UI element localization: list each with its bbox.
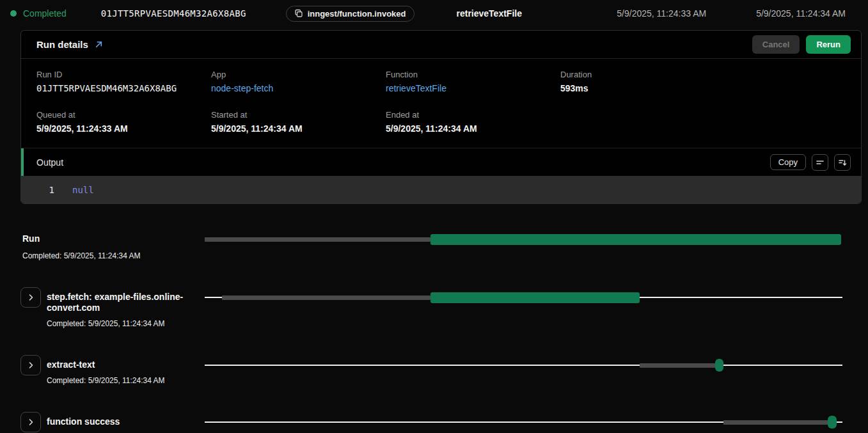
copy-icon xyxy=(294,9,303,18)
trace-extract-text-info: extract-text Completed: 5/9/2025, 11:24:… xyxy=(0,355,205,385)
expand-step-fetch-button[interactable] xyxy=(20,287,41,308)
scroll-to-bottom-icon xyxy=(838,158,847,167)
expand-extract-text-button[interactable] xyxy=(20,355,41,375)
queue-duration-bar xyxy=(640,363,716,368)
trace-step-fetch-track[interactable] xyxy=(205,291,842,304)
code-line-number: 1 xyxy=(21,185,54,195)
topbar-function-name: retrieveTextFile xyxy=(457,8,522,19)
trace-run-title: Run xyxy=(22,233,205,244)
field-value-started-at: 5/9/2025, 11:24:34 AM xyxy=(211,123,386,134)
topbar-started-timestamp: 5/9/2025, 11:24:34 AM xyxy=(756,8,846,19)
run-details-header: Run details Cancel Rerun xyxy=(21,31,861,59)
cancel-button[interactable]: Cancel xyxy=(752,35,800,54)
trace-row-function-success: function success Completed: 5/9/2025, 11… xyxy=(0,412,842,433)
external-link-icon[interactable] xyxy=(95,40,103,49)
trace-extract-text-track[interactable] xyxy=(205,359,842,372)
event-name-label: inngest/function.invoked xyxy=(308,9,406,19)
run-details-title: Run details xyxy=(36,39,88,50)
wrap-lines-button[interactable] xyxy=(812,154,828,171)
field-value-ended-at: 5/9/2025, 11:24:34 AM xyxy=(386,123,560,134)
function-link[interactable]: retrieveTextFile xyxy=(386,83,560,93)
step-duration-bar xyxy=(828,416,837,429)
top-bar: Completed 01JTT5RPVAESDM46M32A6X8ABG inn… xyxy=(0,0,868,27)
header-actions: Cancel Rerun xyxy=(752,35,851,54)
trace-run-track[interactable] xyxy=(205,233,842,246)
field-ended-at: Ended at 5/9/2025, 11:24:34 AM xyxy=(386,110,560,134)
output-code-block[interactable]: 1 null xyxy=(21,176,861,203)
expand-function-success-button[interactable] xyxy=(20,412,41,432)
trace-extract-text-text: extract-text Completed: 5/9/2025, 11:24:… xyxy=(47,355,191,385)
rerun-button[interactable]: Rerun xyxy=(806,35,851,54)
trace-run-info: Run Completed: 5/9/2025, 11:24:34 AM xyxy=(0,233,205,260)
field-function: Function retrieveTextFile xyxy=(386,70,560,93)
field-run-id: Run ID 01JTT5RPVAESDM46M32A6X8ABG xyxy=(36,70,211,93)
field-label: App xyxy=(211,70,386,79)
field-label: Queued at xyxy=(36,110,211,120)
field-label: Function xyxy=(386,70,560,79)
event-name-badge[interactable]: inngest/function.invoked xyxy=(286,6,414,22)
output-actions: Copy xyxy=(770,154,851,171)
field-label: Ended at xyxy=(386,110,560,120)
run-details-grid: Run ID 01JTT5RPVAESDM46M32A6X8ABG App no… xyxy=(21,59,861,148)
trace-row-extract-text: extract-text Completed: 5/9/2025, 11:24:… xyxy=(0,355,842,385)
field-started-at: Started at 5/9/2025, 11:24:34 AM xyxy=(211,110,386,134)
trace-function-success-info: function success Completed: 5/9/2025, 11… xyxy=(0,412,205,433)
field-app: App node-step-fetch xyxy=(211,70,386,93)
output-section-header: Output Copy xyxy=(21,148,861,176)
queue-duration-bar xyxy=(205,237,430,242)
queue-duration-bar xyxy=(723,420,829,425)
field-label: Run ID xyxy=(36,70,211,79)
step-duration-bar xyxy=(430,292,640,303)
field-label: Duration xyxy=(560,70,846,79)
trace-function-success-track[interactable] xyxy=(205,416,842,429)
track-baseline xyxy=(205,365,842,366)
app-link[interactable]: node-step-fetch xyxy=(211,83,386,93)
trace-step-fetch-text: step.fetch: example-files.online-convert… xyxy=(47,287,191,328)
trace-step-fetch-completed: Completed: 5/9/2025, 11:24:34 AM xyxy=(47,319,191,328)
trace-run-completed: Completed: 5/9/2025, 11:24:34 AM xyxy=(22,251,205,260)
status-badge: Completed xyxy=(10,8,67,19)
field-label: Started at xyxy=(211,110,386,120)
copy-output-button[interactable]: Copy xyxy=(770,154,806,170)
trace-step-fetch-info: step.fetch: example-files.online-convert… xyxy=(0,287,205,328)
field-duration: Duration 593ms xyxy=(560,70,846,93)
trace-row-step-fetch: step.fetch: example-files.online-convert… xyxy=(0,287,842,328)
trace-extract-text-title: extract-text xyxy=(47,359,191,370)
trace-row-run: Run Completed: 5/9/2025, 11:24:34 AM xyxy=(0,233,842,260)
status-dot-icon xyxy=(10,10,17,17)
topbar-run-id: 01JTT5RPVAESDM46M32A6X8ABG xyxy=(101,8,246,19)
topbar-queued-timestamp: 5/9/2025, 11:24:33 AM xyxy=(617,8,706,19)
queue-duration-bar xyxy=(222,295,430,300)
field-queued-at: Queued at 5/9/2025, 11:24:33 AM xyxy=(36,110,211,134)
output-title: Output xyxy=(36,157,63,168)
output-status-stripe xyxy=(21,148,24,176)
field-value-queued-at: 5/9/2025, 11:24:33 AM xyxy=(36,123,211,134)
status-label: Completed xyxy=(23,8,67,19)
scroll-to-bottom-button[interactable] xyxy=(834,154,851,171)
trace-step-fetch-title: step.fetch: example-files.online-convert… xyxy=(47,292,191,313)
trace-function-success-text: function success Completed: 5/9/2025, 11… xyxy=(47,412,191,433)
trace-timeline: Run Completed: 5/9/2025, 11:24:34 AM ste… xyxy=(0,233,868,433)
run-details-card: Run details Cancel Rerun Run ID 01JTT5RP… xyxy=(20,30,862,204)
code-null-token: null xyxy=(72,185,94,195)
step-duration-bar xyxy=(715,359,723,372)
trace-extract-text-completed: Completed: 5/9/2025, 11:24:34 AM xyxy=(47,376,191,385)
wrap-lines-icon xyxy=(816,158,825,167)
field-value-duration: 593ms xyxy=(560,83,846,93)
trace-function-success-title: function success xyxy=(47,416,191,427)
field-value-run-id: 01JTT5RPVAESDM46M32A6X8ABG xyxy=(36,83,211,93)
run-duration-bar xyxy=(430,234,841,245)
